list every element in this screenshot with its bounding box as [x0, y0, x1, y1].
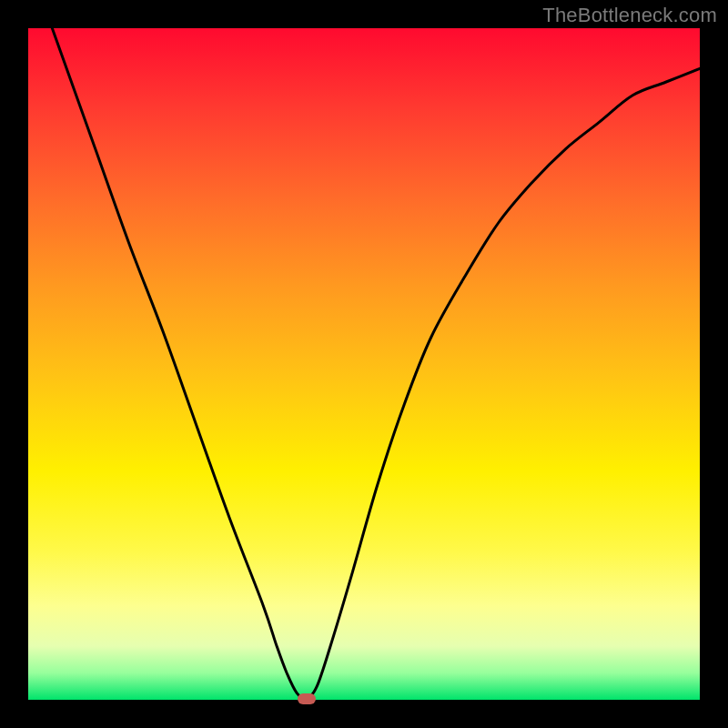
curve-svg	[28, 28, 700, 700]
bottleneck-curve	[28, 28, 700, 699]
watermark-text: TheBottleneck.com	[542, 4, 717, 27]
chart-frame: TheBottleneck.com	[0, 0, 728, 728]
optimal-marker	[298, 693, 316, 704]
plot-area	[28, 28, 700, 700]
